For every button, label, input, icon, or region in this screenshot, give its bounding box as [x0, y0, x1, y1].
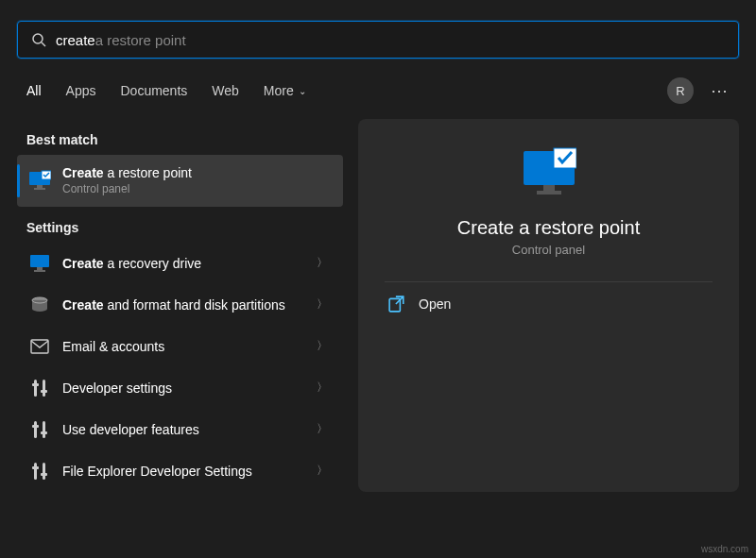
svg-line-1 [42, 42, 45, 46]
settings-result[interactable]: Developer settings〉 [17, 367, 343, 409]
result-title: Create a restore point [62, 164, 332, 181]
svg-rect-19 [41, 431, 47, 434]
tab-documents[interactable]: Documents [120, 70, 187, 111]
svg-rect-23 [41, 473, 47, 476]
result-title: Use developer features [62, 421, 313, 438]
search-box[interactable]: create a restore point [17, 21, 739, 59]
preview-app-icon [377, 147, 720, 196]
svg-point-0 [33, 34, 43, 43]
svg-rect-5 [34, 188, 45, 190]
svg-rect-17 [43, 421, 45, 438]
svg-rect-11 [31, 340, 48, 353]
svg-rect-15 [41, 390, 47, 393]
result-title: Create and format hard disk partitions [62, 296, 313, 313]
preview-subtitle: Control panel [377, 243, 720, 257]
result-subtitle: Control panel [62, 182, 332, 197]
result-title: Create a recovery drive [62, 255, 313, 272]
svg-rect-6 [30, 255, 49, 267]
tab-apps[interactable]: Apps [66, 70, 96, 111]
filter-tabs: All Apps Documents Web More⌄ R ⋯ [0, 70, 756, 111]
watermark: wsxdn.com [701, 544, 748, 554]
action-open-label: Open [419, 296, 451, 312]
tools-icon [28, 377, 51, 399]
tab-all[interactable]: All [26, 70, 42, 111]
tab-web[interactable]: Web [212, 70, 239, 111]
svg-rect-7 [37, 267, 43, 270]
svg-rect-12 [34, 380, 37, 397]
chevron-right-icon: 〉 [313, 255, 332, 271]
monitor-icon [28, 169, 51, 192]
chevron-right-icon: 〉 [313, 296, 332, 313]
monitor-icon [28, 252, 51, 275]
settings-result[interactable]: Create and format hard disk partitions〉 [17, 284, 343, 326]
more-options-button[interactable]: ⋯ [711, 80, 730, 101]
chevron-right-icon: 〉 [313, 463, 332, 479]
user-avatar[interactable]: R [667, 77, 694, 104]
mail-icon [28, 335, 51, 358]
svg-rect-21 [43, 463, 45, 480]
svg-rect-20 [34, 463, 37, 480]
disk-icon [28, 294, 51, 316]
svg-rect-4 [37, 185, 43, 188]
svg-rect-22 [32, 466, 39, 469]
preview-panel: Create a restore point Control panel Ope… [358, 119, 739, 492]
section-settings: Settings [17, 207, 343, 243]
results-panel: Best match Create a restore point Contro… [17, 119, 343, 492]
tab-more[interactable]: More⌄ [264, 70, 306, 111]
chevron-right-icon: 〉 [313, 421, 332, 437]
chevron-right-icon: 〉 [313, 380, 332, 396]
chevron-down-icon: ⌄ [299, 86, 306, 96]
search-suggestion: a restore point [95, 32, 186, 48]
tools-icon [28, 460, 51, 482]
settings-result[interactable]: Use developer features〉 [17, 409, 343, 450]
action-open[interactable]: Open [377, 282, 720, 326]
svg-rect-26 [543, 185, 555, 191]
open-icon [388, 296, 405, 313]
result-title: Email & accounts [62, 338, 313, 355]
settings-result[interactable]: Create a recovery drive〉 [17, 243, 343, 284]
svg-rect-13 [43, 380, 45, 397]
section-best-match: Best match [17, 119, 343, 155]
settings-result[interactable]: File Explorer Developer Settings〉 [17, 450, 343, 492]
preview-title: Create a restore point [377, 217, 720, 239]
svg-rect-16 [34, 421, 37, 438]
settings-result[interactable]: Email & accounts〉 [17, 326, 343, 367]
svg-rect-18 [32, 425, 39, 428]
search-icon [31, 32, 46, 47]
result-title: Developer settings [62, 380, 313, 397]
svg-rect-27 [537, 191, 561, 194]
result-title: File Explorer Developer Settings [62, 463, 313, 480]
result-best-match[interactable]: Create a restore point Control panel [17, 155, 343, 207]
svg-rect-8 [34, 270, 45, 272]
chevron-right-icon: 〉 [313, 338, 332, 354]
tools-icon [28, 418, 51, 441]
svg-rect-14 [32, 383, 39, 386]
search-typed: create [56, 32, 95, 48]
